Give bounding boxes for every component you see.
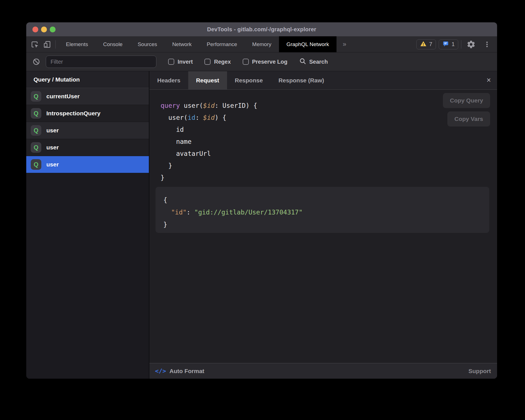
clear-requests-icon[interactable] <box>32 58 40 66</box>
copy-buttons: Copy Query Copy Vars <box>443 93 490 127</box>
tab-headers[interactable]: Headers <box>149 71 188 89</box>
messages-badge[interactable]: 1 <box>439 39 458 49</box>
toolbar-divider <box>461 40 461 49</box>
search-icon <box>299 58 307 66</box>
checkbox-icon <box>204 59 211 65</box>
settings-gear-icon[interactable] <box>464 40 478 49</box>
auto-format-button[interactable]: </> Auto Format <box>149 367 204 374</box>
tab-sources[interactable]: Sources <box>130 36 165 52</box>
support-link[interactable]: Support <box>469 368 497 374</box>
search-button[interactable]: Search <box>299 58 328 66</box>
toolbar-right-cluster: 7 1 <box>416 36 497 52</box>
inspect-element-icon[interactable] <box>31 40 39 49</box>
preserve-log-checkbox[interactable]: Preserve Log <box>243 59 288 65</box>
query-list-header: Query / Mutation <box>26 71 149 88</box>
tab-graphql-network[interactable]: GraphQL Network <box>279 36 337 52</box>
warning-icon <box>420 40 427 48</box>
graphql-query-code: query user($id: UserID) { user(id: $id) … <box>161 100 257 184</box>
request-body: query user($id: UserID) { user(id: $id) … <box>149 90 497 363</box>
window-title: DevTools - gitlab.com/-/graphql-explorer <box>207 26 316 33</box>
tab-request[interactable]: Request <box>188 71 227 89</box>
tab-performance[interactable]: Performance <box>199 36 245 52</box>
copy-vars-button[interactable]: Copy Vars <box>447 111 490 127</box>
copy-query-button[interactable]: Copy Query <box>443 93 490 108</box>
titlebar: DevTools - gitlab.com/-/graphql-explorer <box>26 22 497 36</box>
tab-response[interactable]: Response <box>227 71 271 89</box>
query-type-icon: Q <box>31 108 41 119</box>
main-content: Query / Mutation Q currentUser Q Introsp… <box>26 71 497 379</box>
detail-tab-bar: Headers Request Response Response (Raw) … <box>149 71 497 90</box>
list-item-user-1[interactable]: Q user <box>26 122 149 139</box>
list-item-currentuser[interactable]: Q currentUser <box>26 88 149 105</box>
request-detail-panel: Headers Request Response Response (Raw) … <box>149 71 497 379</box>
list-item-user-2[interactable]: Q user <box>26 139 149 156</box>
detail-footer: </> Auto Format Support <box>149 363 497 379</box>
tab-console[interactable]: Console <box>96 36 130 52</box>
toolbar-divider <box>55 40 56 49</box>
query-type-icon: Q <box>31 125 41 136</box>
query-type-icon: Q <box>31 142 41 153</box>
code-brackets-icon: </> <box>155 367 166 374</box>
tab-memory[interactable]: Memory <box>245 36 279 52</box>
checkbox-icon <box>243 59 249 65</box>
device-toolbar-icon[interactable] <box>43 40 51 49</box>
tab-network[interactable]: Network <box>165 36 199 52</box>
tab-elements[interactable]: Elements <box>58 36 96 52</box>
filter-input[interactable] <box>46 56 156 68</box>
query-list-panel: Query / Mutation Q currentUser Q Introsp… <box>26 71 149 379</box>
filter-bar: Invert Regex Preserve Log Search <box>26 52 497 71</box>
chat-bubble-icon <box>442 40 449 48</box>
tab-response-raw[interactable]: Response (Raw) <box>271 71 332 89</box>
toolbar-left-icons <box>26 36 58 52</box>
invert-checkbox[interactable]: Invert <box>168 59 193 65</box>
close-icon[interactable]: × <box>486 77 491 84</box>
kebab-menu-icon[interactable] <box>481 40 493 49</box>
warnings-count: 7 <box>429 41 432 47</box>
zoom-window-button[interactable] <box>50 27 56 32</box>
query-type-icon: Q <box>31 159 41 170</box>
devtools-toolbar: Elements Console Sources Network Perform… <box>26 36 497 52</box>
regex-checkbox[interactable]: Regex <box>204 59 231 65</box>
query-type-icon: Q <box>31 91 41 102</box>
close-window-button[interactable] <box>32 27 38 32</box>
query-variables-box: { "id": "gid://gitlab/User/13704317" } <box>156 187 489 233</box>
list-item-introspectionquery[interactable]: Q IntrospectionQuery <box>26 105 149 122</box>
list-item-user-3-selected[interactable]: Q user <box>26 156 149 173</box>
checkbox-icon <box>168 59 174 65</box>
more-tabs-button[interactable]: » <box>337 36 352 52</box>
messages-count: 1 <box>452 41 455 47</box>
chevron-double-right-icon: » <box>343 40 346 48</box>
minimize-window-button[interactable] <box>41 27 47 32</box>
warnings-badge[interactable]: 7 <box>416 39 436 49</box>
traffic-lights <box>32 22 56 36</box>
devtools-window: DevTools - gitlab.com/-/graphql-explorer… <box>26 22 497 379</box>
